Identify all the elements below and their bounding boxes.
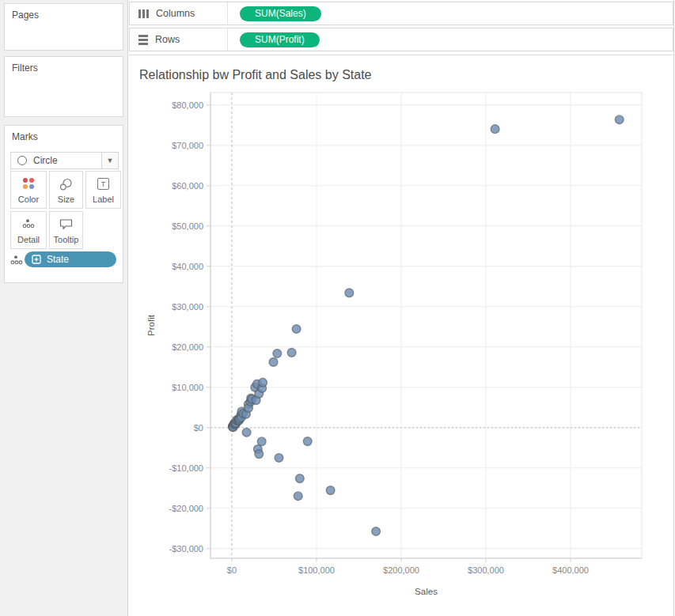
color-icon bbox=[23, 178, 34, 189]
marks-card: Marks Circle ▼ Color Size T Label bbox=[4, 125, 123, 283]
data-point[interactable] bbox=[294, 492, 302, 501]
y-tick-label: $70,000 bbox=[172, 141, 203, 150]
columns-icon bbox=[138, 9, 149, 18]
sheet-title: Relationship bw Profit and Sales by Stat… bbox=[139, 68, 372, 82]
mark-type-dropdown[interactable]: Circle ▼ bbox=[10, 152, 119, 169]
data-point[interactable] bbox=[303, 437, 312, 446]
data-point[interactable] bbox=[292, 325, 301, 334]
detail-icon bbox=[22, 218, 35, 229]
text-label-icon: T bbox=[97, 178, 109, 190]
detail-role-icon bbox=[10, 255, 23, 266]
rows-shelf-label: Rows bbox=[155, 34, 180, 45]
y-tick-label: $60,000 bbox=[172, 181, 203, 191]
data-point[interactable] bbox=[345, 289, 354, 297]
label-button[interactable]: T Label bbox=[85, 171, 121, 209]
data-point[interactable] bbox=[275, 454, 283, 463]
shelf-divider bbox=[227, 2, 228, 25]
x-tick-label: $200,000 bbox=[383, 565, 419, 575]
rows-shelf[interactable]: Rows SUM(Profit) bbox=[129, 28, 673, 51]
worksheet-top-border bbox=[129, 55, 675, 55]
x-axis-title: Sales bbox=[415, 587, 438, 596]
data-point[interactable] bbox=[269, 358, 278, 367]
label-button-label: Label bbox=[93, 195, 114, 204]
tooltip-button-label: Tooltip bbox=[54, 235, 79, 244]
data-point[interactable] bbox=[255, 450, 264, 459]
sum-sales-pill[interactable]: SUM(Sales) bbox=[240, 6, 321, 21]
circle-mark-icon bbox=[17, 156, 27, 165]
data-point[interactable] bbox=[372, 527, 381, 536]
y-tick-label: $0 bbox=[194, 423, 203, 433]
y-axis-title: Profit bbox=[146, 314, 156, 336]
size-button-label: Size bbox=[58, 195, 74, 204]
y-tick-label: $30,000 bbox=[172, 302, 203, 312]
rows-icon bbox=[138, 35, 148, 45]
state-pill-label: State bbox=[47, 254, 69, 265]
state-field-pill[interactable]: State bbox=[25, 251, 116, 267]
size-button[interactable]: Size bbox=[49, 171, 83, 209]
color-button-label: Color bbox=[18, 195, 39, 204]
pages-shelf[interactable]: Pages bbox=[4, 3, 123, 51]
x-tick-label: $0 bbox=[227, 565, 237, 575]
rows-shelf-head: Rows bbox=[130, 28, 227, 51]
y-tick-label: $50,000 bbox=[172, 221, 203, 231]
y-tick-label: $10,000 bbox=[172, 383, 203, 392]
filters-shelf[interactable]: Filters bbox=[4, 56, 123, 117]
mark-type-value: Circle bbox=[33, 155, 101, 166]
data-point[interactable] bbox=[295, 474, 304, 483]
y-tick-label: -$20,000 bbox=[169, 504, 203, 513]
pages-label: Pages bbox=[5, 4, 123, 26]
y-tick-label: $40,000 bbox=[172, 262, 203, 271]
columns-shelf[interactable]: Columns SUM(Sales) bbox=[129, 2, 673, 25]
detail-button-label: Detail bbox=[17, 235, 40, 244]
tooltip-button[interactable]: Tooltip bbox=[49, 211, 83, 249]
x-tick-label: $400,000 bbox=[552, 565, 589, 575]
data-point[interactable] bbox=[615, 115, 624, 124]
filters-label: Filters bbox=[5, 57, 123, 79]
data-point[interactable] bbox=[491, 125, 499, 134]
color-button[interactable]: Color bbox=[10, 171, 47, 209]
data-point[interactable] bbox=[326, 486, 335, 495]
columns-shelf-label: Columns bbox=[156, 8, 195, 19]
size-icon bbox=[59, 178, 73, 191]
scatter-plot[interactable]: $80,000$70,000$60,000$50,000$40,000$30,0… bbox=[142, 89, 675, 610]
detail-button[interactable]: Detail bbox=[10, 211, 47, 249]
x-tick-label: $100,000 bbox=[298, 565, 335, 575]
tooltip-icon bbox=[59, 218, 73, 230]
data-point[interactable] bbox=[242, 428, 251, 436]
y-tick-label: $20,000 bbox=[172, 342, 203, 352]
y-tick-label: -$10,000 bbox=[169, 463, 203, 473]
expand-plus-icon[interactable] bbox=[32, 255, 41, 264]
shelf-divider bbox=[227, 28, 228, 51]
y-tick-label: $80,000 bbox=[172, 100, 203, 110]
data-point[interactable] bbox=[287, 349, 296, 357]
data-point[interactable] bbox=[273, 350, 282, 358]
columns-shelf-head: Columns bbox=[130, 2, 227, 25]
marks-label: Marks bbox=[5, 126, 123, 148]
y-tick-label: -$30,000 bbox=[169, 544, 203, 554]
plot-border bbox=[210, 93, 642, 558]
x-tick-label: $300,000 bbox=[468, 565, 504, 575]
data-point[interactable] bbox=[257, 437, 266, 446]
sum-profit-pill[interactable]: SUM(Profit) bbox=[240, 32, 320, 47]
left-sidebar: Pages Filters Marks Circle ▼ Color Size bbox=[0, 0, 128, 616]
data-point[interactable] bbox=[259, 378, 267, 387]
chevron-down-icon[interactable]: ▼ bbox=[101, 153, 118, 168]
